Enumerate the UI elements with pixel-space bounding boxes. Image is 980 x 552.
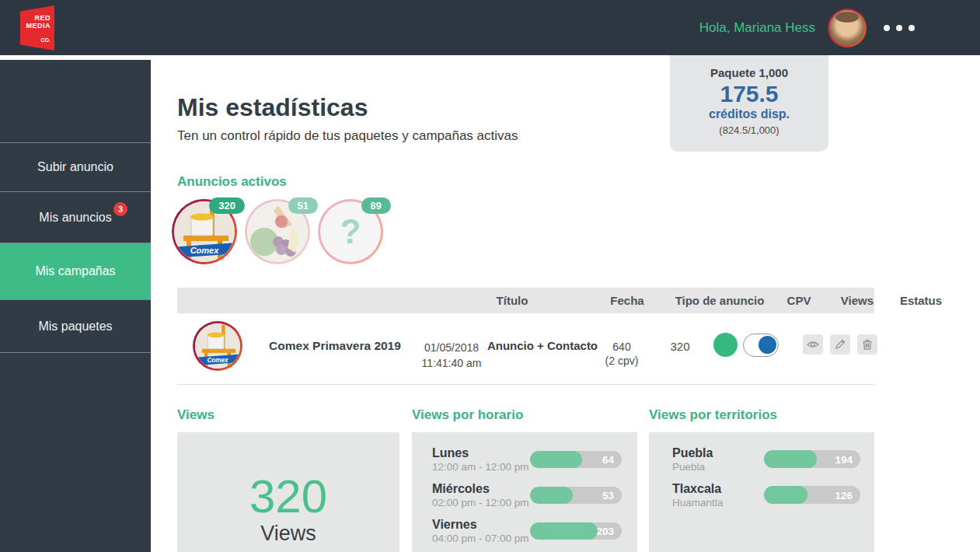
column-header-cpv: CPV xyxy=(772,288,826,313)
row-thumbnail-comex[interactable]: Comex xyxy=(193,321,242,371)
question-mark-icon: ? xyxy=(340,212,361,251)
user-greeting: Hola, Mariana Hess xyxy=(699,20,815,36)
overflow-menu-icon[interactable] xyxy=(884,25,915,31)
progress-bar: 126 xyxy=(764,486,860,504)
trash-icon xyxy=(860,337,874,351)
row-views: 320 xyxy=(653,340,707,353)
territory-row: Tlaxcala Huamantla 126 xyxy=(672,481,860,508)
credits-value: 175.5 xyxy=(670,81,828,107)
progress-bar: 64 xyxy=(530,451,622,468)
sidebar-item-mis-campanas[interactable]: Mis campañas xyxy=(0,243,151,299)
views-by-territory-panel: Puebla Puebla 194 Tlaxcala Huamantla 126 xyxy=(649,432,874,552)
credits-detail: (824.5/1,000) xyxy=(670,124,828,136)
campaign-table-header: Título Fecha Tipo de anuncio CPV Views E… xyxy=(177,288,874,313)
views-badge: 89 xyxy=(361,197,391,214)
column-header-views: Views xyxy=(830,288,884,313)
logo-text: CO. xyxy=(41,37,51,43)
user-avatar-photo xyxy=(829,10,865,46)
page-title: Mis estadísticas xyxy=(177,93,368,122)
toggle-knob xyxy=(759,336,776,354)
row-title: Comex Primavera 2019 xyxy=(257,339,413,353)
views-by-schedule-panel: Lunes 12:00 am - 12:00 pm 64 Miércoles 0… xyxy=(412,432,637,552)
total-views-value: 320 xyxy=(249,473,327,520)
credits-label: créditos disp. xyxy=(670,107,828,121)
notification-badge: 3 xyxy=(113,202,127,216)
total-views-label: Views xyxy=(260,522,316,546)
edit-button[interactable] xyxy=(830,334,850,355)
page-subtitle: Ten un control rápido de tus paquetes y … xyxy=(177,128,518,144)
sidebar-item-subir-anuncio[interactable]: Subir anuncio xyxy=(0,142,151,191)
sidebar-item-label: Subir anuncio xyxy=(37,160,113,174)
progress-bar: 203 xyxy=(530,522,622,540)
sidebar-item-label: Mis campañas xyxy=(35,264,115,278)
views-panel-heading: Views xyxy=(177,407,214,423)
campaign-avatar-placeholder[interactable]: ? 89 xyxy=(318,199,383,264)
row-ad-type: Anuncio + Contacto xyxy=(483,339,602,352)
row-date: 01/05/2018 11:41:40 am xyxy=(411,340,492,371)
sidebar-item-label: Mis anuncios xyxy=(39,211,111,225)
svg-text:Comex: Comex xyxy=(190,246,220,255)
comex-thumbnail-image: Comex xyxy=(195,323,240,369)
progress-bar: 194 xyxy=(764,450,860,468)
active-ads-row: Comex 320 xyxy=(172,199,383,264)
package-title: Paquete 1,000 xyxy=(670,66,828,79)
schedule-row: Lunes 12:00 am - 12:00 pm 64 xyxy=(432,445,622,473)
row-cpv: 640 (2 cpv) xyxy=(595,340,649,368)
svg-text:Comex: Comex xyxy=(207,357,228,364)
column-header-estatus: Estatus xyxy=(890,288,952,313)
views-badge: 51 xyxy=(288,197,318,214)
column-header-fecha: Fecha xyxy=(588,288,666,313)
horario-panel-heading: Views por horario xyxy=(412,407,523,423)
status-active-dot xyxy=(713,333,738,357)
logo-text: MEDIA xyxy=(26,22,51,30)
territory-row: Puebla Puebla 194 xyxy=(672,445,860,473)
view-button[interactable] xyxy=(803,334,823,355)
views-badge: 320 xyxy=(209,197,245,214)
red-media-logo[interactable]: RED MEDIA CO. xyxy=(20,5,54,51)
user-avatar[interactable] xyxy=(828,9,867,47)
delete-button[interactable] xyxy=(857,334,877,355)
campaign-avatar-comex[interactable]: Comex 320 xyxy=(172,199,237,264)
schedule-row: Miércoles 02:00 pm - 12:00 pm 53 xyxy=(432,481,622,508)
territorios-panel-heading: Views por territorios xyxy=(649,407,777,423)
eye-icon xyxy=(806,337,820,351)
progress-bar: 53 xyxy=(530,487,622,504)
sidebar-item-mis-anuncios[interactable]: Mis anuncios 3 xyxy=(0,191,151,243)
schedule-row: Viernes 04:00 pm - 07:00 pm 203 xyxy=(432,517,622,544)
column-header-tipo: Tipo de anuncio xyxy=(661,288,779,313)
row-divider xyxy=(177,384,874,385)
total-views-panel: 320 Views xyxy=(177,432,399,552)
sidebar-spacer xyxy=(0,60,151,142)
sidebar-item-mis-paquetes[interactable]: Mis paquetes xyxy=(0,299,151,353)
campaign-avatar-fruits[interactable]: 51 xyxy=(245,199,310,264)
column-header-titulo: Título xyxy=(454,288,570,313)
package-credits-card: Paquete 1,000 175.5 créditos disp. (824.… xyxy=(670,55,828,152)
sidebar: Subir anuncio Mis anuncios 3 Mis campaña… xyxy=(0,60,151,552)
topbar: RED MEDIA CO. Hola, Mariana Hess xyxy=(0,0,980,55)
dashboard: RED MEDIA CO. Hola, Mariana Hess Subir a… xyxy=(0,0,980,552)
active-ads-heading: Anuncios activos xyxy=(177,174,287,190)
pencil-icon xyxy=(833,337,847,351)
sidebar-item-label: Mis paquetes xyxy=(38,320,112,334)
status-toggle[interactable] xyxy=(743,334,779,357)
logo-text: RED xyxy=(34,14,51,22)
